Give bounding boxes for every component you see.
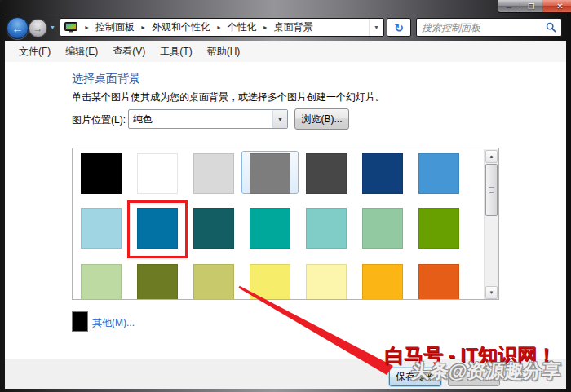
- breadcrumb-desktop-background[interactable]: 桌面背景: [272, 19, 316, 36]
- palette-scrollbar[interactable]: ▲ ▼: [484, 149, 498, 300]
- annotation-red-box: [127, 200, 188, 258]
- color-swatch[interactable]: [81, 208, 122, 249]
- color-swatch[interactable]: [362, 153, 403, 194]
- browse-button[interactable]: 浏览(B)...: [294, 108, 349, 130]
- color-swatch[interactable]: [418, 264, 459, 300]
- color-swatch[interactable]: [193, 208, 234, 249]
- color-swatch[interactable]: [362, 264, 403, 300]
- color-swatch[interactable]: [306, 264, 347, 300]
- scroll-down-button[interactable]: ▼: [485, 286, 498, 299]
- refresh-button[interactable]: ↻: [387, 18, 411, 37]
- color-swatch[interactable]: [81, 264, 122, 300]
- breadcrumb-control-panel[interactable]: 控制面板: [93, 19, 137, 36]
- menu-help[interactable]: 帮助(H): [200, 42, 248, 62]
- menu-tools[interactable]: 工具(T): [153, 42, 199, 62]
- chevron-down-icon: ▼: [277, 117, 283, 122]
- color-swatch[interactable]: [250, 264, 290, 300]
- back-button[interactable]: ←: [7, 17, 29, 39]
- color-swatch[interactable]: [418, 208, 459, 249]
- page-description: 单击某个图片使其成为您的桌面背景，或选择多个图片创建一个幻灯片。: [72, 90, 385, 104]
- menu-view[interactable]: 查看(V): [105, 42, 153, 62]
- combo-arrow-button[interactable]: ▼: [272, 110, 287, 128]
- breadcrumb-personalization[interactable]: 个性化: [225, 19, 259, 36]
- search-box[interactable]: [416, 18, 562, 37]
- minimize-icon: ─: [507, 2, 511, 11]
- address-bar[interactable]: ► 控制面板 ► 外观和个性化 ► 个性化 ► 桌面背景 ▼: [60, 18, 384, 37]
- color-swatch[interactable]: [193, 264, 234, 300]
- menu-file[interactable]: 文件(F): [11, 42, 58, 62]
- scrollbar-thumb[interactable]: [485, 164, 498, 216]
- color-swatch[interactable]: [137, 264, 178, 300]
- breadcrumb-arrow-icon: ►: [259, 24, 272, 30]
- breadcrumb-arrow-icon: ►: [213, 24, 225, 30]
- color-swatch[interactable]: [193, 153, 234, 194]
- other-color-swatch[interactable]: [72, 311, 88, 332]
- minimize-button[interactable]: ─: [498, 0, 520, 13]
- menu-bar: 文件(F) 编辑(E) 查看(V) 工具(T) 帮助(H): [5, 41, 566, 62]
- color-swatch[interactable]: [306, 153, 347, 194]
- picture-location-select[interactable]: 纯色 ▼: [128, 109, 288, 129]
- breadcrumb-arrow-icon: ►: [137, 24, 149, 30]
- picture-location-value: 纯色: [129, 112, 272, 126]
- back-icon: ←: [12, 22, 24, 35]
- color-swatch[interactable]: [362, 208, 403, 249]
- chevron-down-icon: ▼: [374, 24, 379, 30]
- color-swatch[interactable]: [250, 208, 290, 249]
- color-swatch[interactable]: [81, 153, 122, 194]
- maximize-icon: ❒: [528, 2, 534, 11]
- search-input[interactable]: [422, 22, 546, 33]
- navigation-bar: ← → ▼ ► 控制面板 ► 外观和个性化 ► 个性化 ► 桌面背景 ▼ ↻: [0, 15, 571, 41]
- address-dropdown-button[interactable]: ▼: [369, 19, 383, 36]
- personalization-icon: [64, 22, 77, 33]
- scroll-up-button[interactable]: ▲: [485, 150, 498, 163]
- grip-icon: [489, 187, 494, 192]
- refresh-icon: ↻: [394, 21, 404, 34]
- page-title: 选择桌面背景: [72, 72, 140, 86]
- color-swatch[interactable]: [418, 153, 459, 194]
- desktop-background-window: ─ ❒ ✕ ← → ▼ ► 控制面板 ► 外观和个性化 ► 个性化 ► 桌面背景: [0, 0, 571, 392]
- breadcrumb-arrow-icon: ►: [81, 24, 93, 30]
- close-icon: ✕: [556, 2, 563, 11]
- recent-pages-dropdown[interactable]: ▼: [50, 24, 55, 30]
- forward-icon: →: [33, 23, 43, 34]
- browse-label: 浏览(B)...: [302, 112, 343, 126]
- caption-buttons: ─ ❒ ✕: [498, 0, 571, 14]
- watermark-gray-text: 头条@资源趣分享: [409, 359, 562, 384]
- color-swatch[interactable]: [306, 208, 347, 249]
- color-swatch[interactable]: [137, 153, 178, 194]
- arrow-up-icon: ▲: [489, 154, 494, 159]
- color-swatch[interactable]: [250, 153, 290, 194]
- menu-edit[interactable]: 编辑(E): [58, 42, 105, 62]
- close-button[interactable]: ✕: [542, 0, 571, 13]
- picture-location-label: 图片位置(L):: [72, 113, 126, 127]
- arrow-down-icon: ▼: [489, 290, 494, 295]
- breadcrumb-appearance[interactable]: 外观和个性化: [149, 19, 213, 36]
- window-content: 文件(F) 编辑(E) 查看(V) 工具(T) 帮助(H) 选择桌面背景 单击某…: [5, 41, 566, 389]
- maximize-button[interactable]: ❒: [520, 0, 542, 13]
- search-icon: [546, 22, 556, 33]
- forward-button[interactable]: →: [29, 19, 47, 37]
- other-colors-link[interactable]: 其他(M)...: [92, 316, 135, 330]
- chevron-down-icon: ▼: [50, 24, 55, 30]
